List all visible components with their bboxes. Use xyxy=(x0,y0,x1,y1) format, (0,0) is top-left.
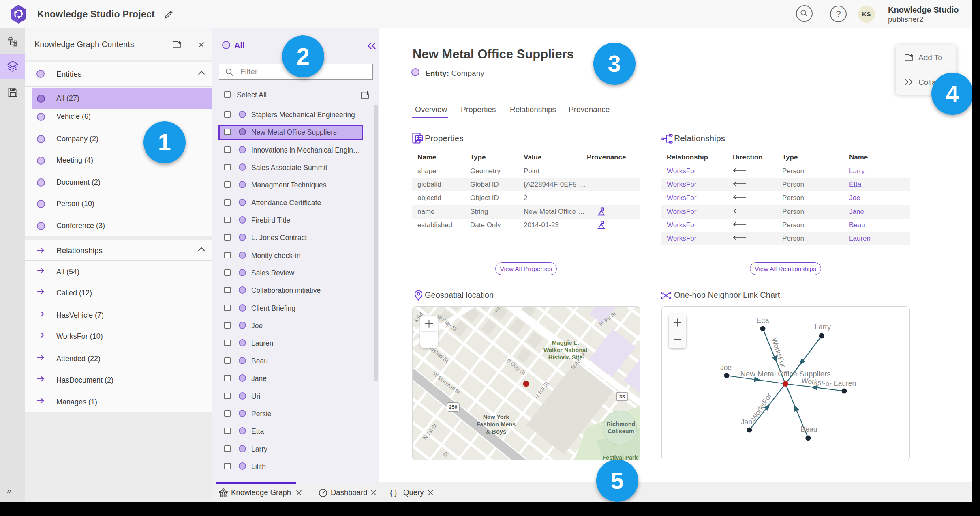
svg-text:Maggie L.: Maggie L. xyxy=(552,340,579,346)
svg-text:Joe: Joe xyxy=(720,363,732,372)
svg-text:Etta: Etta xyxy=(756,316,769,325)
svg-text:250: 250 xyxy=(449,404,458,410)
svg-text:Richmond: Richmond xyxy=(607,421,636,427)
svg-text:Walker National: Walker National xyxy=(543,347,587,353)
svg-text:Fashion Mens: Fashion Mens xyxy=(477,421,516,428)
svg-text:Beau: Beau xyxy=(801,425,817,433)
svg-text:Larry: Larry xyxy=(815,323,831,331)
svg-text:Historic Site: Historic Site xyxy=(548,354,583,361)
svg-text:& Boys: & Boys xyxy=(486,428,506,435)
svg-text:Lauren: Lauren xyxy=(834,379,856,387)
svg-text:Coliseum: Coliseum xyxy=(608,428,634,434)
svg-text:New Metal Office Suppliers: New Metal Office Suppliers xyxy=(740,370,831,378)
svg-text:33: 33 xyxy=(619,394,625,400)
svg-text:New York: New York xyxy=(483,414,510,420)
